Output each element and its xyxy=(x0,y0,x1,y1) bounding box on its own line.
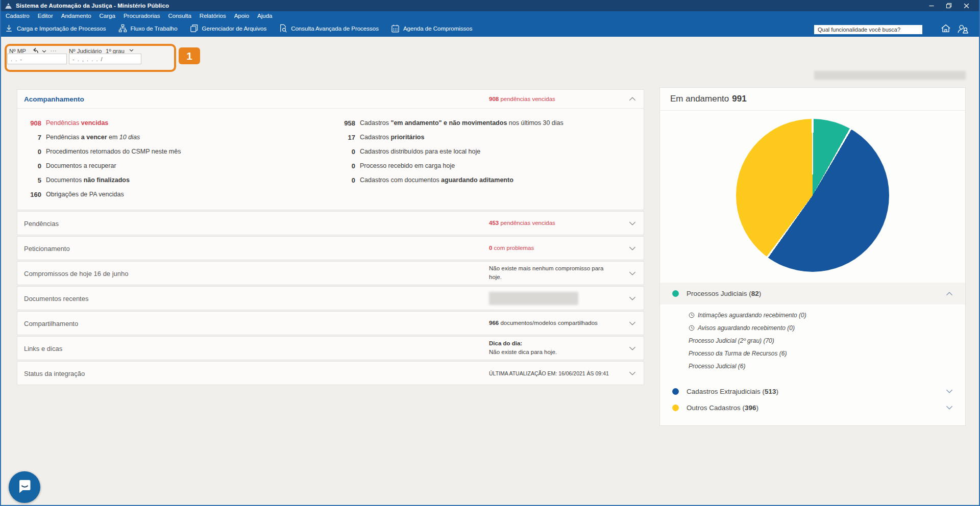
download-icon xyxy=(5,24,13,33)
title-bar: Sistema de Automação da Justiça - Minist… xyxy=(0,0,980,11)
chevron-down-icon[interactable] xyxy=(628,294,637,303)
row-summary: Dica do dia:Não existe dica para hoje. xyxy=(489,339,617,358)
toolbar-button-agenda-de-compromissos[interactable]: Agenda de Compromissos xyxy=(391,24,473,33)
minimize-button[interactable] xyxy=(923,0,940,11)
legend-row-processos-judiciais[interactable]: Processos Judiciais (82) xyxy=(660,283,965,305)
row-title: Peticionamento xyxy=(24,244,70,252)
stat-value: 958 xyxy=(331,119,355,127)
undo-icon[interactable] xyxy=(32,47,39,54)
menu-item-apoio[interactable]: Apoio xyxy=(230,12,253,20)
row-summary: Não existe mais nenhum compromisso para … xyxy=(489,264,617,283)
stat-documentos-nao-finalizados[interactable]: 5Documentos não finalizados xyxy=(17,173,316,187)
em-andamento-header: Em andamento 991 xyxy=(660,88,965,111)
overdue-summary: 908 pendências vencidas xyxy=(489,96,555,102)
menu-item-consulta[interactable]: Consulta xyxy=(164,12,195,20)
chevron-down-icon[interactable] xyxy=(628,319,637,328)
legend-child-processo-judicial-2-grau-70[interactable]: Processo Judicial (2º grau) (70) xyxy=(689,334,965,347)
window-title: Sistema de Automação da Justiça - Minist… xyxy=(16,3,169,9)
stat-processo-recebido-em-carga-hoje[interactable]: 0Processo recebido em carga hoje xyxy=(331,159,643,173)
menu-item-editor[interactable]: Editor xyxy=(34,12,57,20)
stat-cadastros-com-documentos-aguardando-aditamento[interactable]: 0Cadastros com documentos aguardando adi… xyxy=(331,173,643,187)
judicial-number-input[interactable] xyxy=(69,54,141,64)
acompanhamento-body: 908Pendências vencidas7Pendências a venc… xyxy=(17,109,644,210)
menu-bar: CadastroEditorAndamentoCargaProcuradoria… xyxy=(0,11,980,20)
row-title: Compartilhamento xyxy=(24,319,78,327)
em-andamento-panel: Em andamento 991 Processos Judiciais (82… xyxy=(659,87,966,426)
stat-cadastros-prioritarios[interactable]: 17Cadastros prioritários xyxy=(331,130,643,144)
stat-pendencias-vencidas[interactable]: 908Pendências vencidas xyxy=(17,116,316,130)
menu-item-andamento[interactable]: Andamento xyxy=(57,12,95,20)
legend-child-label: Processo Judicial (6) xyxy=(689,363,745,370)
stat-label: Cadastros com documentos aguardando adit… xyxy=(360,176,513,184)
accordion-row-documentos-recentes[interactable]: Documentos recentes xyxy=(17,286,644,310)
close-button[interactable] xyxy=(958,0,975,11)
menu-item-procuradorias[interactable]: Procuradorias xyxy=(119,12,164,20)
chat-bubble-icon xyxy=(16,477,33,497)
legend-child-label: Processo Judicial (2º grau) (70) xyxy=(689,337,774,344)
clock-icon xyxy=(689,325,695,331)
legend-row-cadastros-extrajudiciais[interactable]: Cadastros Extrajudiciais (513) xyxy=(660,384,965,399)
toolbar-button-gerenciador-de-arquivos[interactable]: Gerenciador de Arquivos xyxy=(190,24,267,33)
status-pie-chart xyxy=(736,119,889,272)
stat-label: Procedimentos retornados do CSMP neste m… xyxy=(46,148,181,155)
menu-item-ajuda[interactable]: Ajuda xyxy=(253,12,276,20)
stat-label: Pendências a vencer em 10 dias xyxy=(46,134,140,141)
chevron-down-icon[interactable] xyxy=(945,387,954,396)
accordion-row-pendencias[interactable]: Pendências453 pendências vencidas xyxy=(17,211,644,235)
stat-value: 160 xyxy=(17,191,41,198)
chevron-down-icon[interactable] xyxy=(628,269,637,278)
stat-procedimentos-retornados-do-csmp-neste-mes[interactable]: 0Procedimentos retornados do CSMP neste … xyxy=(17,144,316,159)
stat-label: Cadastros "em andamento" e não movimenta… xyxy=(360,119,564,127)
users-icon[interactable] xyxy=(957,23,969,34)
stat-cadastros-distribuidos-para-este-local-hoje[interactable]: 0Cadastros distribuídos para este local … xyxy=(331,144,643,159)
menu-item-carga[interactable]: Carga xyxy=(95,12,119,20)
accordion-row-compromissos-de-hoje-16-de-junho[interactable]: Compromissos de hoje 16 de junhoNão exis… xyxy=(17,261,644,285)
toolbar-button-consulta-avancada-de-processos[interactable]: Consulta Avançada de Processos xyxy=(279,24,379,33)
accordion-row-peticionamento[interactable]: Peticionamento0 com problemas xyxy=(17,236,644,260)
chevron-down-icon[interactable] xyxy=(129,47,134,53)
restore-button[interactable] xyxy=(940,0,958,11)
chevron-down-icon[interactable] xyxy=(628,344,637,353)
search-input[interactable] xyxy=(814,25,922,34)
chevron-up-icon[interactable] xyxy=(628,94,637,104)
legend-child-avisos-aguardando-recebimento-0[interactable]: Avisos aguardando recebimento (0) xyxy=(689,321,965,334)
accordion-row-links-e-dicas[interactable]: Links e dicasDica do dia:Não existe dica… xyxy=(17,336,644,360)
menu-item-cadastro[interactable]: Cadastro xyxy=(2,12,34,20)
stat-label: Documentos a recuperar xyxy=(46,162,116,169)
chevron-down-icon[interactable] xyxy=(628,369,637,378)
toolbar-button-label: Carga e Importação de Processos xyxy=(17,26,106,32)
stat-obrigacoes-de-pa-vencidas[interactable]: 160Obrigações de PA vencidas xyxy=(17,187,316,201)
stat-documentos-a-recuperar[interactable]: 0Documentos a recuperar xyxy=(17,159,316,173)
legend-child-intimacoes-aguardando-recebimento-0[interactable]: Intimações aguardando recebimento (0) xyxy=(689,309,965,321)
legend-row-outros-cadastros[interactable]: Outros Cadastros (396) xyxy=(660,400,965,415)
legend-child-processo-da-turma-de-recursos-6[interactable]: Processo da Turma de Recursos (6) xyxy=(689,347,965,360)
chevron-up-icon[interactable] xyxy=(945,289,954,298)
row-summary: 0 com problemas xyxy=(489,244,617,253)
stat-pendencias-a-vencer-em-10-dias[interactable]: 7Pendências a vencer em 10 dias xyxy=(17,130,316,144)
chat-launcher[interactable] xyxy=(9,471,40,503)
stat-label: Cadastros distribuídos para este local h… xyxy=(360,148,480,155)
stat-value: 17 xyxy=(331,134,355,141)
menu-item-relatorios[interactable]: Relatórios xyxy=(195,12,230,20)
mp-number-input[interactable] xyxy=(7,54,67,64)
panel-title: Em andamento xyxy=(670,94,729,104)
stat-value: 0 xyxy=(331,162,355,170)
toolbar-button-fluxo-de-trabalho[interactable]: Fluxo de Trabalho xyxy=(118,24,178,33)
accordion-row-compartilhamento[interactable]: Compartilhamento966 documentos/modelos c… xyxy=(17,311,644,335)
stat-value: 5 xyxy=(17,176,41,184)
chevron-down-icon[interactable] xyxy=(628,219,637,228)
accordion-row-status-da-integracao[interactable]: Status da integraçãoÚLTIMA ATUALIZAÇÃO E… xyxy=(17,361,644,385)
chevron-down-icon[interactable] xyxy=(628,244,637,253)
stat-cadastros-em-andamento-e-nao-movimentados-nos-ultimos-30-dias[interactable]: 958Cadastros "em andamento" e não movime… xyxy=(331,116,643,130)
legend-child-processo-judicial-6[interactable]: Processo Judicial (6) xyxy=(689,360,965,372)
chevron-down-icon[interactable] xyxy=(945,403,954,412)
acompanhamento-header[interactable]: Acompanhamento 908 pendências vencidas xyxy=(17,90,644,109)
step-1-badge: 1 xyxy=(179,47,200,64)
row-title: Pendências xyxy=(24,219,59,227)
scales-icon xyxy=(5,3,12,9)
home-icon[interactable] xyxy=(940,23,951,34)
stat-label: Cadastros prioritários xyxy=(360,134,424,141)
toolbar-button-carga-e-importacao-de-processos[interactable]: Carga e Importação de Processos xyxy=(5,24,106,33)
stat-value: 0 xyxy=(17,148,41,156)
stat-value: 0 xyxy=(17,162,41,170)
